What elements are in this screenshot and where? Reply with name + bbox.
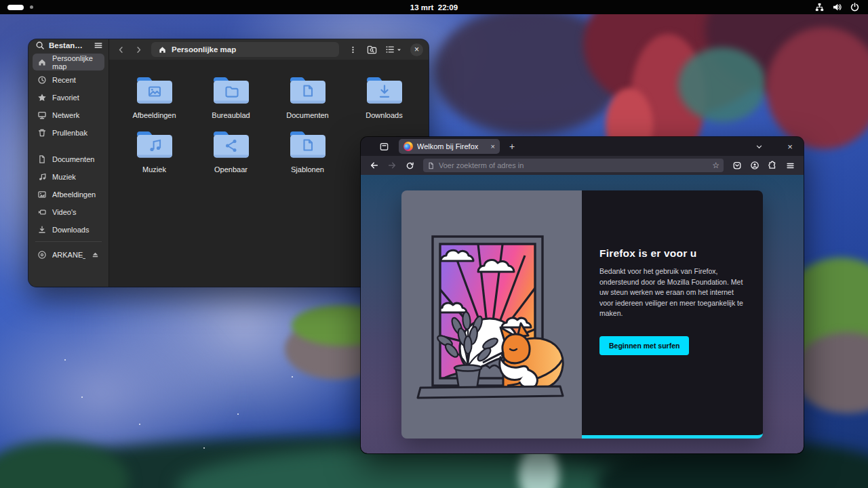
files-headerbar: Persoonlijke map × xyxy=(109,39,429,60)
sidebar-item-label: ARKANE_… xyxy=(52,251,85,259)
home-icon xyxy=(158,45,167,54)
list-tabs-chevron-icon[interactable] xyxy=(751,139,767,154)
window-close-icon[interactable]: × xyxy=(782,139,798,154)
folder-downloads[interactable]: Downloads xyxy=(346,75,422,119)
sidebar-item-label: Muziek xyxy=(52,173,76,181)
back-button[interactable] xyxy=(113,42,128,57)
welcome-panel: Firefox is er voor u Bedankt voor het ge… xyxy=(582,190,763,439)
firefox-view-icon[interactable] xyxy=(376,139,392,154)
welcome-illustration xyxy=(401,190,582,439)
files-sidebar: Bestan… Persoonlijke map Recent Favoriet xyxy=(28,39,109,287)
folder-icon xyxy=(366,75,403,106)
active-tab[interactable]: Welkom bij Firefox × xyxy=(399,139,500,154)
sidebar-item-documents[interactable]: Documenten xyxy=(33,150,104,167)
address-bar[interactable]: ☆ xyxy=(423,159,724,172)
firefox-toolbar: ☆ xyxy=(361,156,804,175)
list-view-icon xyxy=(385,45,395,54)
top-bar: 13 mrt 22:09 xyxy=(0,0,868,14)
back-icon[interactable] xyxy=(366,158,382,173)
welcome-body: Bedankt voor het gebruik van Firefox, on… xyxy=(599,266,745,319)
forward-icon[interactable] xyxy=(384,158,400,173)
close-icon[interactable]: × xyxy=(410,43,423,56)
tab-close-icon[interactable]: × xyxy=(491,142,495,150)
folder-label: Sjablonen xyxy=(291,165,324,174)
new-tab-icon[interactable]: + xyxy=(504,139,520,154)
pocket-icon[interactable] xyxy=(729,158,745,173)
sidebar-item-music[interactable]: Muziek xyxy=(33,168,104,185)
page-icon xyxy=(427,162,435,169)
document-icon xyxy=(37,155,47,164)
trash-icon xyxy=(37,128,47,138)
address-input[interactable] xyxy=(439,161,708,169)
network-icon xyxy=(814,2,825,12)
sidebar-item-videos[interactable]: Video's xyxy=(33,203,104,220)
folder-label: Afbeeldingen xyxy=(132,111,176,119)
sidebar-item-trash[interactable]: Prullenbak xyxy=(33,124,104,141)
sidebar-item-label: Persoonlijke map xyxy=(52,54,100,70)
folder-music[interactable]: Muziek xyxy=(116,129,193,174)
folder-pictures[interactable]: Afbeeldingen xyxy=(116,75,193,119)
clock-icon xyxy=(37,75,47,85)
tab-title: Welkom bij Firefox xyxy=(417,142,487,150)
eject-icon[interactable] xyxy=(91,250,100,259)
folder-label: Muziek xyxy=(142,165,166,174)
folder-documents[interactable]: Documenten xyxy=(269,75,346,119)
search-icon[interactable] xyxy=(35,41,45,50)
folder-icon xyxy=(136,129,174,160)
folder-icon xyxy=(136,75,174,106)
sidebar-item-label: Prullenbak xyxy=(52,129,87,137)
app-title: Bestan… xyxy=(49,41,90,49)
sidebar-item-label: Downloads xyxy=(52,226,89,234)
folder-templates[interactable]: Sjablonen xyxy=(269,129,346,174)
firefox-window: Welkom bij Firefox × + × xyxy=(361,137,804,453)
menu-icon[interactable] xyxy=(782,158,798,173)
divider xyxy=(35,241,102,242)
download-icon xyxy=(37,225,47,235)
sidebar-item-recent[interactable]: Recent xyxy=(33,71,104,88)
firefox-logo-icon xyxy=(403,142,413,151)
home-icon xyxy=(37,58,47,67)
video-icon xyxy=(37,207,47,217)
firefox-tabbar: Welkom bij Firefox × + × xyxy=(361,137,804,156)
music-icon xyxy=(37,172,47,182)
sidebar-item-label: Video's xyxy=(52,208,77,216)
disc-icon xyxy=(37,250,47,260)
sidebar-item-label: Recent xyxy=(52,76,76,84)
sidebar-item-label: Favoriet xyxy=(52,94,79,102)
chevron-down-icon xyxy=(396,47,402,53)
system-tray[interactable] xyxy=(814,2,868,12)
sidebar-item-home[interactable]: Persoonlijke map xyxy=(33,54,104,70)
clock[interactable]: 13 mrt 22:09 xyxy=(0,3,868,12)
kebab-menu-icon[interactable] xyxy=(344,42,361,57)
folder-label: Bureaublad xyxy=(212,111,250,119)
folder-label: Documenten xyxy=(286,111,328,119)
start-browsing-button[interactable]: Beginnen met surfen xyxy=(599,336,689,355)
sidebar-item-downloads[interactable]: Downloads xyxy=(33,221,104,238)
sidebar-item-drive[interactable]: ARKANE_… xyxy=(33,246,104,263)
forward-button[interactable] xyxy=(131,42,146,57)
volume-icon xyxy=(832,2,842,12)
view-switch-button[interactable] xyxy=(382,42,405,57)
sidebar-list: Persoonlijke map Recent Favoriet Netwerk… xyxy=(28,51,108,239)
image-icon xyxy=(37,190,47,199)
star-icon xyxy=(37,93,47,102)
folder-desktop[interactable]: Bureaublad xyxy=(193,75,269,119)
folder-public[interactable]: Openbaar xyxy=(193,129,269,174)
sidebar-item-network[interactable]: Netwerk xyxy=(33,106,104,123)
power-icon xyxy=(850,2,860,12)
hamburger-menu-icon[interactable] xyxy=(94,41,103,50)
breadcrumb[interactable]: Persoonlijke map xyxy=(151,42,339,57)
sidebar-item-label: Netwerk xyxy=(52,111,79,119)
fox-window-illustration xyxy=(401,190,582,439)
desktop: 13 mrt 22:09 Bestan… xyxy=(0,0,868,488)
folder-search-icon[interactable] xyxy=(363,42,380,57)
reload-icon[interactable] xyxy=(401,158,418,173)
account-icon[interactable] xyxy=(747,158,763,173)
extensions-icon[interactable] xyxy=(764,158,781,173)
sidebar-mounts: ARKANE_… xyxy=(28,239,108,287)
sidebar-item-label: Afbeeldingen xyxy=(52,190,96,199)
sidebar-item-starred[interactable]: Favoriet xyxy=(33,89,104,106)
image-emblem-icon xyxy=(151,89,153,91)
bookmark-star-icon[interactable]: ☆ xyxy=(712,161,719,170)
sidebar-item-pictures[interactable]: Afbeeldingen xyxy=(33,186,104,203)
